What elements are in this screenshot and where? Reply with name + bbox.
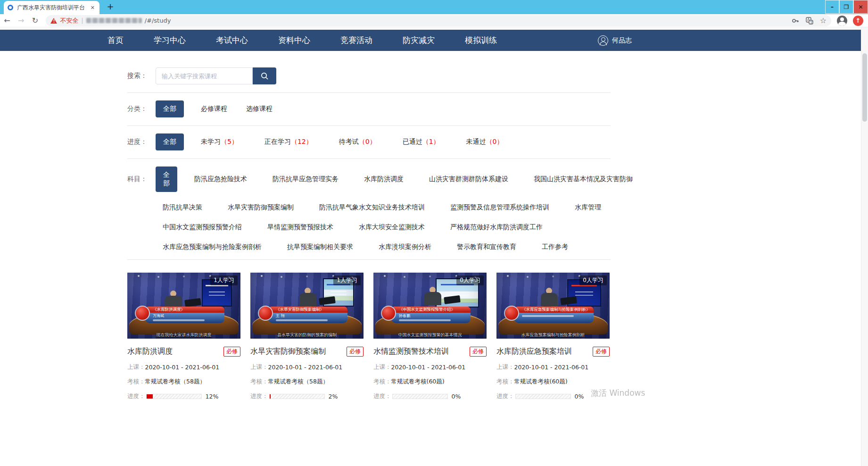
subject-option[interactable]: 中国水文监测预报预警介绍: [163, 223, 242, 232]
user-name: 何品志: [612, 36, 632, 45]
windows-activation-watermark: 激活 Windows: [591, 388, 645, 399]
site-favicon-icon: [8, 5, 13, 10]
category-option-required[interactable]: 必修课程: [201, 105, 227, 113]
banner-subtitle-bar: [276, 319, 328, 321]
course-card[interactable]: 《水库应急预案编制与抢险案例剖析》 水库应急预案编制与抢险案例剖析 0人学习 水…: [496, 273, 610, 400]
progress-option-passed[interactable]: 已通过（1）: [403, 138, 440, 146]
progress-percent: 0%: [452, 393, 461, 400]
exam-label: 考核：: [373, 378, 391, 386]
banner-logo-icon: [504, 306, 519, 321]
subject-all-button[interactable]: 全部: [156, 166, 177, 192]
subject-option[interactable]: 水库管理: [575, 203, 601, 212]
subject-option[interactable]: 水库防洪调度: [364, 175, 404, 183]
security-warning-label[interactable]: 不安全: [60, 17, 78, 25]
exam-value: 常规试卷考核（58题）: [145, 378, 206, 386]
category-option-elective[interactable]: 选修课程: [246, 105, 273, 113]
subtitle-caption: 水库应急预案编制与抢险案例剖析: [496, 332, 610, 338]
subject-option[interactable]: 水库应急预案编制与抢险案例剖析: [163, 243, 262, 251]
page-scrollbar[interactable]: [861, 27, 868, 466]
subject-option[interactable]: 山洪灾害群测群防体系建设: [429, 175, 508, 183]
subject-option[interactable]: 水库溃坝案例分析: [379, 243, 431, 251]
exam-value: 常规试卷考核（58题）: [268, 378, 329, 386]
banner-title: 《水库防洪调度》: [145, 307, 224, 313]
close-button[interactable]: ✕: [853, 0, 868, 14]
course-thumbnail[interactable]: 《水库应急预案编制与抢险案例剖析》 水库应急预案编制与抢险案例剖析 0人学习: [496, 273, 610, 339]
nav-item-learning-center[interactable]: 学习中心: [154, 35, 186, 46]
subtitle-caption: 现在我给大家讲水库防洪调度: [127, 332, 240, 338]
progress-option-in-progress[interactable]: 正在学习（12）: [265, 138, 313, 146]
nav-item-simulation-training[interactable]: 模拟训练: [465, 35, 497, 46]
subject-option[interactable]: 抗旱预案编制相关要求: [287, 243, 353, 251]
course-title[interactable]: 水旱灾害防御预案编制: [250, 347, 347, 357]
profile-avatar-icon[interactable]: [837, 16, 847, 26]
course-thumbnail[interactable]: 《水旱灾害防御预案编制》 王 翔 县水旱灾害的防御的预案的编制 1人学习: [250, 273, 364, 339]
nav-item-home[interactable]: 首页: [107, 35, 124, 46]
progress-option-failed[interactable]: 未通过（0）: [466, 138, 504, 146]
nav-item-disaster-reduction[interactable]: 防灾减灾: [403, 35, 435, 46]
exam-label: 考核：: [127, 378, 145, 386]
key-icon[interactable]: [792, 17, 799, 25]
subject-option[interactable]: 警示教育和宣传教育: [457, 243, 516, 251]
course-card[interactable]: 《水旱灾害防御预案编制》 王 翔 县水旱灾害的防御的预案的编制 1人学习 水旱灾…: [250, 273, 364, 400]
option-text: 正在学习: [265, 138, 291, 145]
browser-tab[interactable]: 广西水旱灾害防御培训平台 ✕: [4, 1, 99, 14]
presenter-name: 孙春鹏: [399, 314, 471, 318]
nav-item-materials-center[interactable]: 资料中心: [278, 35, 310, 46]
course-title[interactable]: 水情监测预警技术培训: [373, 347, 470, 357]
lower-third-banner: 《水库防洪调度》 万海斌: [145, 307, 224, 323]
refresh-button[interactable]: ↻: [28, 16, 42, 25]
subject-option[interactable]: 水库大坝安全监测技术: [359, 223, 425, 232]
studio-lights-decoration: [261, 275, 263, 277]
course-card[interactable]: 《中国水文监测预报预警介绍》 孙春鹏 中国水文监测预报预警的基本情况 0人学习 …: [373, 273, 487, 400]
bookmark-star-icon[interactable]: ☆: [820, 17, 827, 25]
category-all-button[interactable]: 全部: [156, 100, 184, 117]
progress-bar: [392, 394, 448, 399]
progress-option-not-started[interactable]: 未学习（5）: [201, 138, 238, 146]
address-bar[interactable]: ! 不安全 | /#/study A 文 ☆: [46, 15, 831, 26]
course-thumbnail[interactable]: 《中国水文监测预报预警介绍》 孙春鹏 中国水文监测预报预警的基本情况 0人学习: [373, 273, 487, 339]
class-time-value: 2020-10-01 - 2021-06-01: [391, 364, 466, 371]
subject-option[interactable]: 工作参考: [542, 243, 568, 251]
required-badge: 必修: [470, 347, 487, 357]
subject-option[interactable]: 监测预警及信息管理系统操作培训: [450, 203, 549, 212]
subject-option[interactable]: 严格规范做好水库防洪调度工作: [450, 223, 543, 232]
progress-all-button[interactable]: 全部: [156, 133, 184, 150]
course-title[interactable]: 水库防洪应急预案培训: [496, 347, 593, 357]
new-tab-button[interactable]: +: [105, 1, 116, 11]
laptop-decoration: [184, 298, 201, 307]
search-input[interactable]: [156, 67, 253, 84]
security-warning-icon[interactable]: !: [50, 18, 57, 24]
scrollbar-thumb[interactable]: [862, 53, 867, 122]
subject-option[interactable]: 旱情监测预警预报技术: [267, 223, 333, 232]
subject-option[interactable]: 水旱灾害防御预案编制: [228, 203, 294, 212]
url-host-redacted: [86, 18, 142, 23]
option-count: （5）: [221, 138, 238, 145]
learner-count-badge: 0人学习: [456, 275, 484, 285]
browser-update-icon[interactable]: ↑: [853, 16, 863, 26]
maximize-button[interactable]: ❐: [839, 0, 853, 14]
search-button[interactable]: [253, 67, 276, 84]
course-title[interactable]: 水库防洪调度: [127, 347, 223, 357]
subject-option[interactable]: 防汛抗旱气象水文知识业务技术培训: [319, 203, 425, 212]
subject-option[interactable]: 防汛应急抢险技术: [194, 175, 247, 183]
translate-icon[interactable]: A 文: [806, 17, 813, 25]
subject-option[interactable]: 防汛抗旱应急管理实务: [273, 175, 339, 183]
progress-percent: 2%: [329, 393, 338, 400]
user-menu[interactable]: 何品志: [598, 35, 632, 46]
course-card[interactable]: 《水库防洪调度》 万海斌 现在我给大家讲水库防洪调度 1人学习 水库防洪调度 必…: [127, 273, 240, 400]
learner-count-badge: 1人学习: [210, 275, 238, 285]
divider: [127, 158, 611, 159]
category-label: 分类：: [127, 105, 156, 113]
subject-option[interactable]: 防汛抗旱决策: [163, 203, 202, 212]
course-list: 《水库防洪调度》 万海斌 现在我给大家讲水库防洪调度 1人学习 水库防洪调度 必…: [127, 273, 627, 400]
minimize-button[interactable]: –: [825, 0, 839, 14]
nav-item-exam-center[interactable]: 考试中心: [216, 35, 248, 46]
progress-label: 进度：: [127, 138, 156, 146]
nav-item-competitions[interactable]: 竞赛活动: [340, 35, 372, 46]
class-time-label: 上课：: [250, 363, 268, 371]
tab-close-icon[interactable]: ✕: [90, 5, 96, 11]
subject-option[interactable]: 我国山洪灾害基本情况及灾害防御: [534, 175, 633, 183]
progress-option-awaiting-exam[interactable]: 待考试（0）: [339, 138, 376, 146]
course-thumbnail[interactable]: 《水库防洪调度》 万海斌 现在我给大家讲水库防洪调度 1人学习: [127, 273, 240, 339]
back-button[interactable]: ←: [0, 16, 14, 25]
